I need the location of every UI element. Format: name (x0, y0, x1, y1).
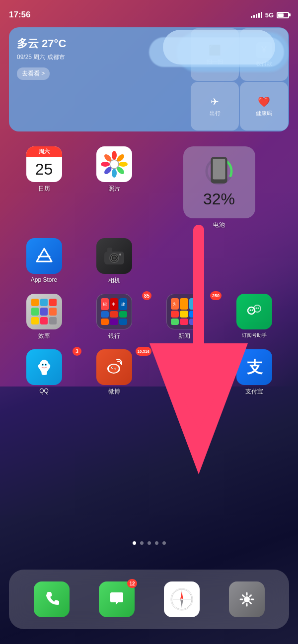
app-alipay[interactable]: 支 支付宝 (219, 349, 289, 396)
battery-percentage: 32% (203, 190, 235, 208)
app-appstore[interactable]: App Store (9, 238, 79, 285)
app-weibo[interactable]: 10,516 微博 (79, 349, 149, 396)
app-row-2: App Store 相机 (9, 238, 289, 285)
alipay-widget[interactable]: 多云 27°C 09/25 周六 成都市 去看看 > ⬛ 扫一扫 ¥ 收付款 ✈… (9, 27, 289, 131)
app-photos[interactable]: 照片 (79, 146, 149, 229)
svg-rect-21 (107, 248, 112, 253)
wechat-badge: 6 (213, 347, 222, 356)
calendar-day-label: 周六 (26, 146, 62, 157)
app-row-4: 3 QQ 10,516 微博 (9, 349, 289, 396)
alipay-pay[interactable]: ¥ 收付款 (240, 28, 288, 81)
battery-ring (205, 157, 233, 186)
dot-5[interactable] (162, 541, 166, 545)
settings-icon (229, 581, 265, 617)
svg-point-34 (45, 364, 46, 365)
svg-point-40 (112, 367, 113, 368)
qq-icon (26, 349, 62, 385)
battery-status-icon (277, 12, 289, 18)
app-row-3: 效率 招 中 建 85 银行 (9, 294, 289, 340)
svg-point-9 (101, 162, 110, 167)
svg-point-56 (244, 596, 250, 602)
bank-badge: 85 (142, 291, 151, 300)
app-label-alipay: 支付宝 (245, 387, 263, 396)
svg-point-3 (112, 151, 117, 160)
app-label-camera: 相机 (108, 276, 120, 285)
camera-icon (96, 238, 132, 274)
dock-phone[interactable] (34, 581, 70, 617)
app-calendar[interactable]: 周六 25 日历 (9, 146, 79, 229)
network-type: 5G (265, 11, 274, 19)
weather-date: 09/25 周六 成都市 (17, 53, 182, 62)
page-dots (0, 541, 298, 545)
weather-view-btn[interactable]: 去看看 > (17, 67, 50, 80)
app-label-weibo: 微博 (108, 387, 120, 396)
app-label-news: 新闻 (178, 332, 190, 340)
status-time: 17:56 (9, 10, 30, 20)
efficiency-icon (26, 294, 62, 329)
dock: 12 (9, 570, 289, 629)
svg-point-7 (112, 169, 117, 178)
calendar-icon: 周六 25 (26, 146, 62, 182)
dot-2[interactable] (140, 541, 144, 545)
svg-point-42 (115, 368, 116, 369)
safari-icon (164, 581, 200, 617)
app-label-efficiency: 效率 (38, 332, 50, 340)
alipay-scan[interactable]: ⬛ 扫一扫 (191, 28, 239, 81)
news-badge: 250 (210, 291, 222, 300)
alipay-weather-section: 多云 27°C 09/25 周六 成都市 去看看 > (9, 27, 190, 131)
app-label-battery: 电池 (213, 221, 225, 229)
phone-icon (34, 581, 70, 617)
appstore-icon (26, 238, 62, 274)
app-news[interactable]: 头 250 新闻 (149, 294, 219, 340)
qq-badge: 3 (73, 347, 81, 356)
signal-icon (251, 12, 262, 18)
dot-1[interactable] (133, 541, 136, 545)
app-label-qq: QQ (39, 387, 49, 394)
weather-temp: 多云 27°C (17, 36, 182, 51)
app-row-1: 周六 25 日历 (9, 146, 289, 229)
wechat-sub-icon (236, 294, 272, 329)
dock-settings[interactable] (229, 581, 265, 617)
status-right: 5G (251, 11, 289, 19)
app-label-photos: 照片 (108, 185, 120, 193)
svg-point-22 (119, 254, 121, 256)
status-bar: 17:56 5G (0, 0, 298, 25)
svg-rect-16 (216, 157, 222, 159)
dock-safari[interactable] (164, 581, 200, 617)
scan-label: 扫一扫 (207, 58, 223, 65)
alipay-travel[interactable]: ✈ 出行 (191, 82, 239, 130)
pay-label: 收付款 (256, 60, 272, 67)
weibo-badge: 10,516 (136, 347, 151, 356)
svg-line-62 (249, 602, 251, 604)
svg-point-25 (249, 310, 251, 311)
app-camera[interactable]: 相机 (79, 238, 149, 285)
app-label-bank: 银行 (108, 332, 120, 340)
app-label-wechat: 微信 (178, 387, 190, 396)
svg-point-26 (251, 310, 253, 311)
svg-point-11 (110, 160, 118, 168)
dock-messages[interactable]: 12 (99, 581, 135, 617)
dot-4[interactable] (155, 541, 158, 545)
photos-icon (96, 146, 132, 182)
battery-widget: 32% (183, 146, 255, 218)
travel-icon: ✈ (211, 96, 219, 108)
dot-3[interactable] (148, 541, 151, 545)
svg-point-48 (187, 363, 189, 365)
app-wechat[interactable]: 6 微信 (149, 349, 219, 396)
svg-point-28 (257, 308, 259, 309)
app-bank[interactable]: 招 中 建 85 银行 (79, 294, 149, 340)
battery-widget-container[interactable]: 32% 电池 (149, 146, 289, 229)
svg-text:支: 支 (246, 358, 263, 376)
app-wechat-sub[interactable]: 订阅号助手 (219, 294, 289, 340)
app-efficiency[interactable]: 效率 (9, 294, 79, 340)
svg-point-33 (42, 364, 43, 365)
phone-device-icon (205, 157, 233, 186)
alipay-health[interactable]: ❤️ 健康码 (240, 82, 288, 130)
app-grid: 周六 25 日历 (9, 146, 289, 405)
svg-point-38 (109, 365, 119, 373)
bank-icon: 招 中 建 (96, 294, 132, 329)
app-qq[interactable]: 3 QQ (9, 349, 79, 396)
pay-icon: ¥ (256, 42, 272, 58)
calendar-date: 25 (26, 157, 62, 182)
news-icon: 头 (166, 294, 202, 329)
